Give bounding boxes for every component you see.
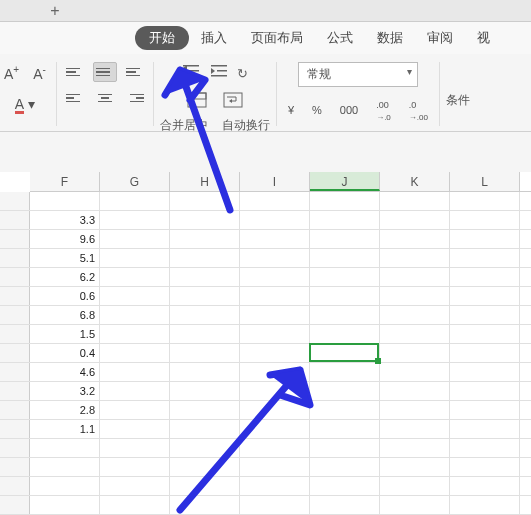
cell[interactable]: 1.5 [30, 325, 100, 343]
cell[interactable] [380, 401, 450, 419]
cell[interactable] [240, 496, 310, 514]
font-grow-button[interactable]: A+ [0, 62, 23, 84]
cell[interactable] [100, 230, 170, 248]
cell[interactable] [310, 363, 380, 381]
cell[interactable] [380, 230, 450, 248]
cell[interactable] [170, 249, 240, 267]
cell[interactable] [310, 420, 380, 438]
cell[interactable] [310, 496, 380, 514]
cell[interactable]: 3.2 [30, 382, 100, 400]
cell[interactable] [100, 268, 170, 286]
cell[interactable] [450, 287, 520, 305]
cell[interactable] [170, 382, 240, 400]
cell[interactable] [100, 439, 170, 457]
indent-increase-button[interactable] [209, 62, 231, 85]
row-header[interactable] [0, 363, 30, 381]
cell[interactable] [170, 496, 240, 514]
col-header-L[interactable]: L [450, 172, 520, 191]
cell[interactable] [310, 287, 380, 305]
align-left-button[interactable] [63, 88, 87, 108]
cell[interactable]: 6.8 [30, 306, 100, 324]
cell[interactable] [30, 439, 100, 457]
cell[interactable] [450, 230, 520, 248]
cell[interactable] [170, 192, 240, 210]
row-header[interactable] [0, 325, 30, 343]
tab-insert[interactable]: 插入 [189, 25, 239, 51]
tab-review[interactable]: 审阅 [415, 25, 465, 51]
cell[interactable] [310, 306, 380, 324]
cell[interactable] [240, 363, 310, 381]
cell[interactable] [450, 363, 520, 381]
cell[interactable] [310, 192, 380, 210]
row-header[interactable] [0, 344, 30, 362]
cell[interactable] [100, 363, 170, 381]
cell[interactable] [100, 192, 170, 210]
align-center-button[interactable] [93, 88, 117, 108]
cell[interactable]: 0.4 [30, 344, 100, 362]
cell[interactable] [240, 287, 310, 305]
cell[interactable] [310, 477, 380, 495]
cell[interactable] [30, 192, 100, 210]
col-header-I[interactable]: I [240, 172, 310, 191]
cell[interactable]: 1.1 [30, 420, 100, 438]
cell[interactable]: 4.6 [30, 363, 100, 381]
cell[interactable]: 6.2 [30, 268, 100, 286]
tab-view[interactable]: 视 [465, 25, 502, 51]
row-header[interactable] [0, 401, 30, 419]
cell[interactable]: 9.6 [30, 230, 100, 248]
cell[interactable] [450, 382, 520, 400]
cell[interactable] [240, 230, 310, 248]
cell[interactable] [240, 325, 310, 343]
cell[interactable] [100, 401, 170, 419]
col-header-F[interactable]: F [30, 172, 100, 191]
row-header[interactable] [0, 211, 30, 229]
cell[interactable] [170, 458, 240, 476]
cell[interactable] [450, 458, 520, 476]
row-header[interactable] [0, 477, 30, 495]
cell[interactable]: 2.8 [30, 401, 100, 419]
cell[interactable] [100, 458, 170, 476]
font-color-button[interactable]: A ▾ [11, 94, 39, 116]
cell[interactable] [450, 268, 520, 286]
cell[interactable] [380, 192, 450, 210]
cell[interactable] [100, 287, 170, 305]
row-header[interactable] [0, 287, 30, 305]
spreadsheet-grid[interactable]: FGHIJKL 3.39.65.16.20.66.81.50.44.63.22.… [0, 172, 531, 515]
new-tab-button[interactable]: + [45, 2, 65, 20]
cell[interactable] [30, 458, 100, 476]
cell[interactable] [380, 439, 450, 457]
col-header-J[interactable]: J [310, 172, 380, 191]
row-header[interactable] [0, 249, 30, 267]
cell[interactable] [240, 306, 310, 324]
cell[interactable] [310, 211, 380, 229]
cell[interactable] [450, 344, 520, 362]
align-top-button[interactable] [63, 62, 87, 82]
col-header-K[interactable]: K [380, 172, 450, 191]
cell[interactable] [380, 477, 450, 495]
cell[interactable] [450, 306, 520, 324]
col-header-H[interactable]: H [170, 172, 240, 191]
cell[interactable] [170, 306, 240, 324]
cell[interactable] [240, 249, 310, 267]
cell[interactable] [170, 401, 240, 419]
cell[interactable] [450, 325, 520, 343]
cell[interactable] [310, 458, 380, 476]
cell[interactable] [240, 192, 310, 210]
font-shrink-button[interactable]: A- [29, 62, 50, 84]
cell[interactable] [170, 287, 240, 305]
row-header[interactable] [0, 496, 30, 514]
cell[interactable] [380, 363, 450, 381]
row-header[interactable] [0, 306, 30, 324]
cell[interactable] [380, 382, 450, 400]
cell[interactable] [380, 420, 450, 438]
cell[interactable]: 0.6 [30, 287, 100, 305]
cell[interactable] [100, 306, 170, 324]
cell[interactable] [240, 420, 310, 438]
cell[interactable] [170, 363, 240, 381]
cell[interactable] [240, 401, 310, 419]
conditional-format-button[interactable]: 条件 [446, 92, 470, 109]
row-header[interactable] [0, 439, 30, 457]
cell[interactable] [170, 477, 240, 495]
indent-decrease-button[interactable] [181, 62, 203, 85]
cell[interactable] [380, 211, 450, 229]
